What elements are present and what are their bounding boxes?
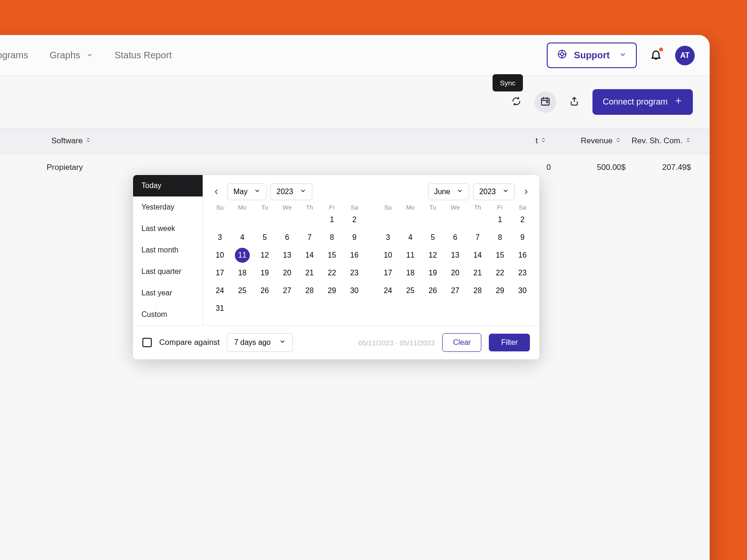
day-3[interactable]: 3 [209,229,231,246]
preset-last-week[interactable]: Last week [133,218,203,239]
day-18[interactable]: 18 [231,264,254,282]
nav-tab-programs[interactable]: Programs [0,36,28,75]
day-11[interactable]: 11 [399,246,422,264]
day-5[interactable]: 5 [422,229,444,246]
day-10[interactable]: 10 [209,246,231,264]
day-17[interactable]: 17 [209,264,231,282]
year-select-right[interactable]: 2023 [473,183,515,200]
dow-label: Sa [343,204,366,211]
day-7[interactable]: 7 [298,229,321,246]
preset-last-year[interactable]: Last year [133,282,203,304]
day-31[interactable]: 31 [209,300,231,317]
day-1[interactable]: 1 [489,211,511,229]
svg-point-1 [561,53,564,56]
day-16[interactable]: 16 [511,246,534,264]
day-2[interactable]: 2 [343,211,366,229]
day-13[interactable]: 13 [444,246,466,264]
day-22[interactable]: 22 [489,264,511,282]
preset-last-quarter[interactable]: Last quarter [133,261,203,282]
dow-label: Mo [231,204,254,211]
compare-select[interactable]: 7 days ago [227,333,292,352]
col-revenue[interactable]: Revenue [551,136,626,146]
col-commission[interactable]: Rev. Sh. Com. [626,136,710,146]
avatar[interactable]: AT [675,46,695,65]
day-3[interactable]: 3 [377,229,399,246]
preset-last-month[interactable]: Last month [133,239,203,261]
compare-checkbox[interactable] [142,338,152,347]
dow-label: Tu [254,204,276,211]
day-26[interactable]: 26 [254,282,276,300]
day-24[interactable]: 24 [377,282,399,300]
day-16[interactable]: 16 [343,246,366,264]
year-select-left[interactable]: 2023 [270,183,312,200]
day-13[interactable]: 13 [276,246,298,264]
nav-tab-status-report[interactable]: Status Report [114,36,171,75]
support-button[interactable]: Support [547,42,637,68]
export-button[interactable] [564,91,585,113]
col-count[interactable]: t [509,136,551,146]
day-25[interactable]: 25 [399,282,422,300]
day-15[interactable]: 15 [321,246,343,264]
preset-yesterday[interactable]: Yesterday [133,196,203,218]
connect-program-button[interactable]: Connect program [592,89,693,115]
day-2[interactable]: 2 [511,211,534,229]
preset-today[interactable]: Today [133,175,203,196]
day-17[interactable]: 17 [377,264,399,282]
day-15[interactable]: 15 [489,246,511,264]
month-select-right[interactable]: June [428,183,470,200]
day-30[interactable]: 30 [343,282,366,300]
day-9[interactable]: 9 [343,229,366,246]
day-19[interactable]: 19 [422,264,444,282]
day-6[interactable]: 6 [444,229,466,246]
day-8[interactable]: 8 [489,229,511,246]
date-range-button[interactable] [535,91,556,113]
day-21[interactable]: 21 [298,264,321,282]
connect-label: Connect program [603,97,668,107]
day-22[interactable]: 22 [321,264,343,282]
day-28[interactable]: 28 [466,282,489,300]
nav-tabs: Home Programs Graphs Status Report [0,36,547,75]
day-8[interactable]: 8 [321,229,343,246]
day-23[interactable]: 23 [343,264,366,282]
day-9[interactable]: 9 [511,229,534,246]
day-12[interactable]: 12 [422,246,444,264]
day-14[interactable]: 14 [298,246,321,264]
day-6[interactable]: 6 [276,229,298,246]
filter-button[interactable]: Filter [489,334,530,351]
day-27[interactable]: 27 [444,282,466,300]
day-11[interactable]: 11 [231,246,254,264]
day-4[interactable]: 4 [231,229,254,246]
clear-button[interactable]: Clear [442,333,481,352]
day-19[interactable]: 19 [254,264,276,282]
month-select-left[interactable]: May [227,183,267,200]
day-14[interactable]: 14 [466,246,489,264]
day-30[interactable]: 30 [511,282,534,300]
dow-label: Th [298,204,321,211]
day-1[interactable]: 1 [321,211,343,229]
day-21[interactable]: 21 [466,264,489,282]
day-27[interactable]: 27 [276,282,298,300]
day-20[interactable]: 20 [444,264,466,282]
day-26[interactable]: 26 [422,282,444,300]
day-24[interactable]: 24 [209,282,231,300]
day-5[interactable]: 5 [254,229,276,246]
day-4[interactable]: 4 [399,229,422,246]
preset-custom[interactable]: Custom [133,304,203,325]
day-28[interactable]: 28 [298,282,321,300]
day-29[interactable]: 29 [489,282,511,300]
notifications-button[interactable] [650,49,662,63]
col-software[interactable]: Software [47,136,161,146]
day-18[interactable]: 18 [399,264,422,282]
day-10[interactable]: 10 [377,246,399,264]
nav-tab-graphs[interactable]: Graphs [49,36,93,75]
col-name[interactable]: me [0,136,47,146]
day-20[interactable]: 20 [276,264,298,282]
day-12[interactable]: 12 [254,246,276,264]
day-29[interactable]: 29 [321,282,343,300]
day-7[interactable]: 7 [466,229,489,246]
next-month-button[interactable] [519,184,534,199]
prev-month-button[interactable] [209,184,224,199]
sync-button[interactable] [506,91,527,113]
day-25[interactable]: 25 [231,282,254,300]
day-23[interactable]: 23 [511,264,534,282]
